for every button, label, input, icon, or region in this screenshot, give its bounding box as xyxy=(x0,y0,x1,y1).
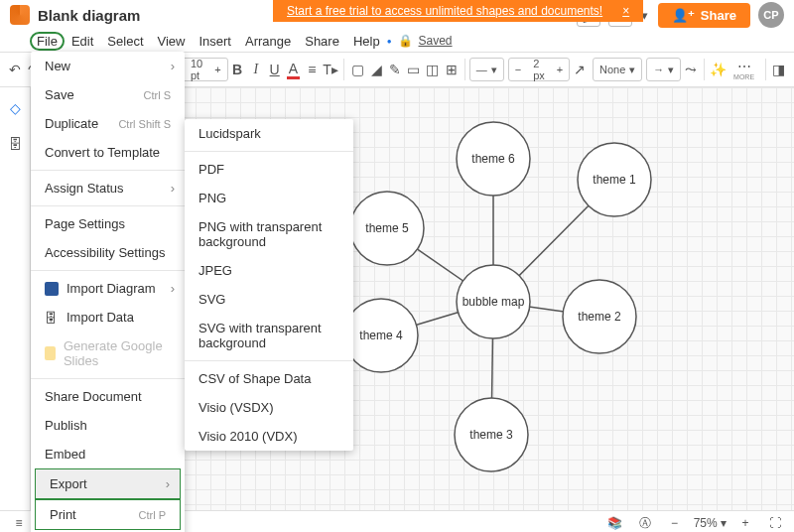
user-avatar[interactable]: CP xyxy=(758,2,784,28)
zoom-in-button[interactable]: + xyxy=(734,512,756,532)
file-print[interactable]: PrintCtrl P xyxy=(35,499,181,530)
export-csv[interactable]: CSV of Shape Data xyxy=(185,364,353,393)
svg-text:theme 1: theme 1 xyxy=(593,173,636,187)
file-publish[interactable]: Publish xyxy=(31,411,185,440)
lock-icon: 🔒 xyxy=(398,34,413,48)
data-tool-icon[interactable]: 🗄 xyxy=(2,131,28,157)
fill-color-button[interactable]: ◢ xyxy=(367,57,386,82)
list-view-icon[interactable]: ≡ xyxy=(8,512,30,532)
fill-button[interactable]: ▢ xyxy=(348,57,367,82)
database-icon: 🗄 xyxy=(45,311,59,325)
stroke-width-stepper[interactable]: − 2 px + xyxy=(508,58,570,81)
visio-icon xyxy=(45,282,59,296)
app-logo[interactable] xyxy=(10,5,30,25)
slides-icon xyxy=(45,346,56,360)
menu-help[interactable]: Help xyxy=(346,32,387,51)
bold-button[interactable]: B xyxy=(228,57,247,82)
line-options-button[interactable]: ⤳ xyxy=(681,57,700,82)
undo-button[interactable]: ↶ xyxy=(6,57,25,82)
saved-dot-icon: ● xyxy=(387,37,392,46)
fullscreen-button[interactable]: ⛶ xyxy=(764,512,786,532)
svg-text:theme 6: theme 6 xyxy=(471,152,515,166)
italic-button[interactable]: I xyxy=(246,57,265,82)
menubar: File Edit Select View Insert Arrange Sha… xyxy=(0,30,794,52)
export-jpeg[interactable]: JPEG xyxy=(185,256,353,285)
magic-button[interactable]: ✨ xyxy=(709,57,728,82)
file-menu-dropdown: New SaveCtrl S DuplicateCtrl Shift S Con… xyxy=(31,52,185,532)
svg-text:theme 3: theme 3 xyxy=(469,428,513,442)
file-assign-status[interactable]: Assign Status xyxy=(31,174,185,202)
trial-close-button[interactable]: × xyxy=(622,4,629,18)
menu-file[interactable]: File xyxy=(30,32,65,51)
accessibility-icon[interactable]: Ⓐ xyxy=(634,512,656,532)
menu-share[interactable]: Share xyxy=(298,32,346,51)
svg-text:theme 4: theme 4 xyxy=(359,329,403,342)
export-visio2010[interactable]: Visio 2010 (VDX) xyxy=(185,422,353,451)
file-page-settings[interactable]: Page Settings xyxy=(31,209,185,238)
file-share-document[interactable]: Share Document xyxy=(31,382,185,411)
arrow-end-select[interactable]: →▾ xyxy=(646,58,681,81)
file-duplicate[interactable]: DuplicateCtrl Shift S xyxy=(31,109,185,138)
menu-view[interactable]: View xyxy=(151,32,193,51)
trial-banner[interactable]: Start a free trial to access unlimited s… xyxy=(273,0,643,22)
file-accessibility[interactable]: Accessibility Settings xyxy=(31,238,185,267)
shadow-button[interactable]: ◫ xyxy=(423,57,442,82)
underline-button[interactable]: U xyxy=(265,57,284,82)
file-import-diagram[interactable]: Import Diagram xyxy=(31,274,185,303)
menu-edit[interactable]: Edit xyxy=(65,32,100,51)
shape-options-button[interactable]: ▭ xyxy=(405,57,424,82)
export-submenu: Lucidspark PDF PNG PNG with transparent … xyxy=(185,119,353,451)
menu-insert[interactable]: Insert xyxy=(192,32,238,51)
trial-text: Start a free trial to access unlimited s… xyxy=(287,4,602,18)
arrow-start-select[interactable]: None▾ xyxy=(593,58,642,81)
export-svg[interactable]: SVG xyxy=(185,285,353,314)
export-png-transparent[interactable]: PNG with transparent background xyxy=(185,212,353,256)
line-style-select[interactable]: —▾ xyxy=(469,58,504,81)
line-pattern-button[interactable]: ↗ xyxy=(570,57,589,82)
saved-status: ● 🔒 Saved xyxy=(387,34,794,48)
menu-select[interactable]: Select xyxy=(100,32,150,51)
saved-label[interactable]: Saved xyxy=(419,34,453,48)
file-embed[interactable]: Embed xyxy=(31,440,185,468)
svg-text:theme 5: theme 5 xyxy=(365,221,409,235)
more-button[interactable]: ⋯ xyxy=(731,60,757,73)
share-icon: 👤⁺ xyxy=(672,8,695,23)
text-color-button[interactable]: A xyxy=(284,57,303,82)
export-svg-transparent[interactable]: SVG with transparent background xyxy=(185,314,353,357)
export-lucidspark[interactable]: Lucidspark xyxy=(185,119,353,148)
shapes-tool-icon[interactable]: ◇ xyxy=(2,95,28,121)
lock-button[interactable]: ⊞ xyxy=(442,57,461,82)
export-png[interactable]: PNG xyxy=(185,184,353,212)
share-label: Share xyxy=(701,8,736,23)
font-size-value: 10 pt xyxy=(185,58,208,81)
file-new[interactable]: New xyxy=(31,52,185,80)
font-size-plus[interactable]: + xyxy=(208,64,226,75)
export-visio[interactable]: Visio (VSDX) xyxy=(185,393,353,422)
document-title[interactable]: Blank diagram xyxy=(38,7,140,24)
share-button[interactable]: 👤⁺ Share xyxy=(658,3,750,28)
file-generate-slides: Generate Google Slides xyxy=(31,332,185,375)
file-save[interactable]: SaveCtrl S xyxy=(31,80,185,109)
file-convert-template[interactable]: Convert to Template xyxy=(31,138,185,167)
layers-icon[interactable]: 📚 xyxy=(604,512,626,532)
file-export[interactable]: Export xyxy=(35,468,181,499)
svg-text:bubble map: bubble map xyxy=(463,295,525,309)
left-rail: ◇ 🗄 xyxy=(0,87,31,510)
line-color-button[interactable]: ✎ xyxy=(386,57,405,82)
export-pdf[interactable]: PDF xyxy=(185,155,353,184)
file-import-data[interactable]: 🗄Import Data xyxy=(31,303,185,332)
align-button[interactable]: ≡ xyxy=(303,57,322,82)
zoom-level[interactable]: 75% ▾ xyxy=(694,516,727,530)
zoom-out-button[interactable]: − xyxy=(664,512,686,532)
text-options-button[interactable]: T▸ xyxy=(322,57,340,82)
menu-arrange[interactable]: Arrange xyxy=(238,32,298,51)
more-label: MORE xyxy=(733,73,754,80)
right-panel-toggle[interactable]: ◨ xyxy=(769,57,788,82)
svg-text:theme 2: theme 2 xyxy=(578,310,621,324)
